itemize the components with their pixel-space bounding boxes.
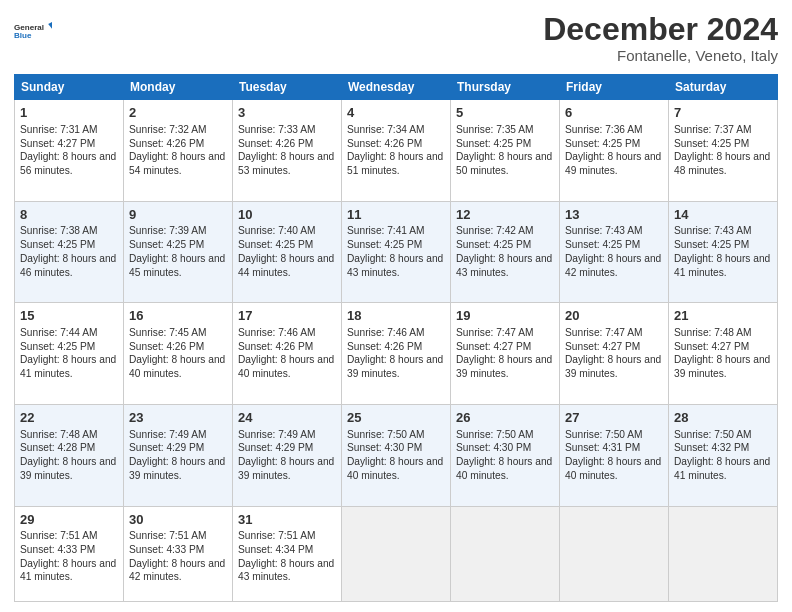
daylight-label: Daylight: 8 hours and 39 minutes.	[347, 354, 443, 379]
daylight-label: Daylight: 8 hours and 42 minutes.	[565, 253, 661, 278]
calendar-day-cell: 15 Sunrise: 7:44 AM Sunset: 4:25 PM Dayl…	[15, 303, 124, 405]
day-number: 30	[129, 511, 227, 529]
day-number: 4	[347, 104, 445, 122]
day-number: 21	[674, 307, 772, 325]
sunset-label: Sunset: 4:25 PM	[456, 239, 531, 250]
day-number: 18	[347, 307, 445, 325]
calendar-day-cell: 29 Sunrise: 7:51 AM Sunset: 4:33 PM Dayl…	[15, 506, 124, 601]
sunset-label: Sunset: 4:25 PM	[129, 239, 204, 250]
sunrise-label: Sunrise: 7:50 AM	[674, 429, 752, 440]
daylight-label: Daylight: 8 hours and 39 minutes.	[674, 354, 770, 379]
weekday-header: Tuesday	[233, 75, 342, 100]
day-number: 11	[347, 206, 445, 224]
sunrise-label: Sunrise: 7:46 AM	[238, 327, 316, 338]
svg-text:Blue: Blue	[14, 31, 32, 40]
calendar-day-cell: 2 Sunrise: 7:32 AM Sunset: 4:26 PM Dayli…	[124, 100, 233, 202]
sunset-label: Sunset: 4:34 PM	[238, 544, 313, 555]
sunrise-label: Sunrise: 7:50 AM	[456, 429, 534, 440]
sunrise-label: Sunrise: 7:50 AM	[347, 429, 425, 440]
sunrise-label: Sunrise: 7:45 AM	[129, 327, 207, 338]
day-number: 17	[238, 307, 336, 325]
sunset-label: Sunset: 4:33 PM	[129, 544, 204, 555]
calendar-day-cell: 17 Sunrise: 7:46 AM Sunset: 4:26 PM Dayl…	[233, 303, 342, 405]
daylight-label: Daylight: 8 hours and 45 minutes.	[129, 253, 225, 278]
calendar-day-cell: 6 Sunrise: 7:36 AM Sunset: 4:25 PM Dayli…	[560, 100, 669, 202]
sunset-label: Sunset: 4:29 PM	[129, 442, 204, 453]
sunset-label: Sunset: 4:27 PM	[456, 341, 531, 352]
daylight-label: Daylight: 8 hours and 51 minutes.	[347, 151, 443, 176]
daylight-label: Daylight: 8 hours and 39 minutes.	[565, 354, 661, 379]
sunset-label: Sunset: 4:26 PM	[238, 341, 313, 352]
day-number: 29	[20, 511, 118, 529]
day-number: 27	[565, 409, 663, 427]
calendar-day-cell: 12 Sunrise: 7:42 AM Sunset: 4:25 PM Dayl…	[451, 201, 560, 303]
svg-marker-2	[48, 22, 52, 29]
calendar-day-cell: 5 Sunrise: 7:35 AM Sunset: 4:25 PM Dayli…	[451, 100, 560, 202]
sunset-label: Sunset: 4:26 PM	[129, 138, 204, 149]
calendar-day-cell	[560, 506, 669, 601]
calendar-day-cell: 31 Sunrise: 7:51 AM Sunset: 4:34 PM Dayl…	[233, 506, 342, 601]
logo-icon: General Blue	[14, 12, 52, 50]
sunrise-label: Sunrise: 7:49 AM	[129, 429, 207, 440]
daylight-label: Daylight: 8 hours and 39 minutes.	[456, 354, 552, 379]
calendar-day-cell: 20 Sunrise: 7:47 AM Sunset: 4:27 PM Dayl…	[560, 303, 669, 405]
header: General Blue December 2024 Fontanelle, V…	[14, 12, 778, 64]
sunset-label: Sunset: 4:25 PM	[565, 138, 640, 149]
sunrise-label: Sunrise: 7:48 AM	[674, 327, 752, 338]
sunset-label: Sunset: 4:31 PM	[565, 442, 640, 453]
calendar-week-row: 15 Sunrise: 7:44 AM Sunset: 4:25 PM Dayl…	[15, 303, 778, 405]
sunrise-label: Sunrise: 7:48 AM	[20, 429, 98, 440]
sunset-label: Sunset: 4:25 PM	[674, 239, 749, 250]
sunrise-label: Sunrise: 7:43 AM	[565, 225, 643, 236]
daylight-label: Daylight: 8 hours and 41 minutes.	[20, 354, 116, 379]
weekday-header: Monday	[124, 75, 233, 100]
calendar-day-cell: 3 Sunrise: 7:33 AM Sunset: 4:26 PM Dayli…	[233, 100, 342, 202]
daylight-label: Daylight: 8 hours and 44 minutes.	[238, 253, 334, 278]
calendar-day-cell: 21 Sunrise: 7:48 AM Sunset: 4:27 PM Dayl…	[669, 303, 778, 405]
day-number: 7	[674, 104, 772, 122]
calendar-day-cell: 7 Sunrise: 7:37 AM Sunset: 4:25 PM Dayli…	[669, 100, 778, 202]
title-block: December 2024 Fontanelle, Veneto, Italy	[543, 12, 778, 64]
day-number: 14	[674, 206, 772, 224]
calendar-week-row: 1 Sunrise: 7:31 AM Sunset: 4:27 PM Dayli…	[15, 100, 778, 202]
sunrise-label: Sunrise: 7:40 AM	[238, 225, 316, 236]
calendar-day-cell: 9 Sunrise: 7:39 AM Sunset: 4:25 PM Dayli…	[124, 201, 233, 303]
sunrise-label: Sunrise: 7:34 AM	[347, 124, 425, 135]
calendar-week-row: 29 Sunrise: 7:51 AM Sunset: 4:33 PM Dayl…	[15, 506, 778, 601]
sunrise-label: Sunrise: 7:32 AM	[129, 124, 207, 135]
day-number: 3	[238, 104, 336, 122]
daylight-label: Daylight: 8 hours and 46 minutes.	[20, 253, 116, 278]
calendar-day-cell: 23 Sunrise: 7:49 AM Sunset: 4:29 PM Dayl…	[124, 404, 233, 506]
sunset-label: Sunset: 4:25 PM	[238, 239, 313, 250]
weekday-header: Thursday	[451, 75, 560, 100]
day-number: 5	[456, 104, 554, 122]
day-number: 12	[456, 206, 554, 224]
day-number: 16	[129, 307, 227, 325]
daylight-label: Daylight: 8 hours and 53 minutes.	[238, 151, 334, 176]
calendar-day-cell: 19 Sunrise: 7:47 AM Sunset: 4:27 PM Dayl…	[451, 303, 560, 405]
daylight-label: Daylight: 8 hours and 40 minutes.	[238, 354, 334, 379]
sunset-label: Sunset: 4:30 PM	[456, 442, 531, 453]
sunset-label: Sunset: 4:27 PM	[20, 138, 95, 149]
page: General Blue December 2024 Fontanelle, V…	[0, 0, 792, 612]
calendar-day-cell	[451, 506, 560, 601]
calendar-day-cell: 28 Sunrise: 7:50 AM Sunset: 4:32 PM Dayl…	[669, 404, 778, 506]
sunrise-label: Sunrise: 7:47 AM	[565, 327, 643, 338]
sunrise-label: Sunrise: 7:51 AM	[129, 530, 207, 541]
sunset-label: Sunset: 4:28 PM	[20, 442, 95, 453]
day-number: 24	[238, 409, 336, 427]
day-number: 28	[674, 409, 772, 427]
calendar-day-cell: 1 Sunrise: 7:31 AM Sunset: 4:27 PM Dayli…	[15, 100, 124, 202]
calendar-day-cell: 11 Sunrise: 7:41 AM Sunset: 4:25 PM Dayl…	[342, 201, 451, 303]
sunset-label: Sunset: 4:26 PM	[347, 138, 422, 149]
sunrise-label: Sunrise: 7:51 AM	[20, 530, 98, 541]
calendar-day-cell: 25 Sunrise: 7:50 AM Sunset: 4:30 PM Dayl…	[342, 404, 451, 506]
calendar-table: SundayMondayTuesdayWednesdayThursdayFrid…	[14, 74, 778, 602]
sunset-label: Sunset: 4:25 PM	[20, 341, 95, 352]
daylight-label: Daylight: 8 hours and 50 minutes.	[456, 151, 552, 176]
sunset-label: Sunset: 4:27 PM	[565, 341, 640, 352]
day-number: 2	[129, 104, 227, 122]
daylight-label: Daylight: 8 hours and 40 minutes.	[347, 456, 443, 481]
sunset-label: Sunset: 4:26 PM	[129, 341, 204, 352]
day-number: 6	[565, 104, 663, 122]
